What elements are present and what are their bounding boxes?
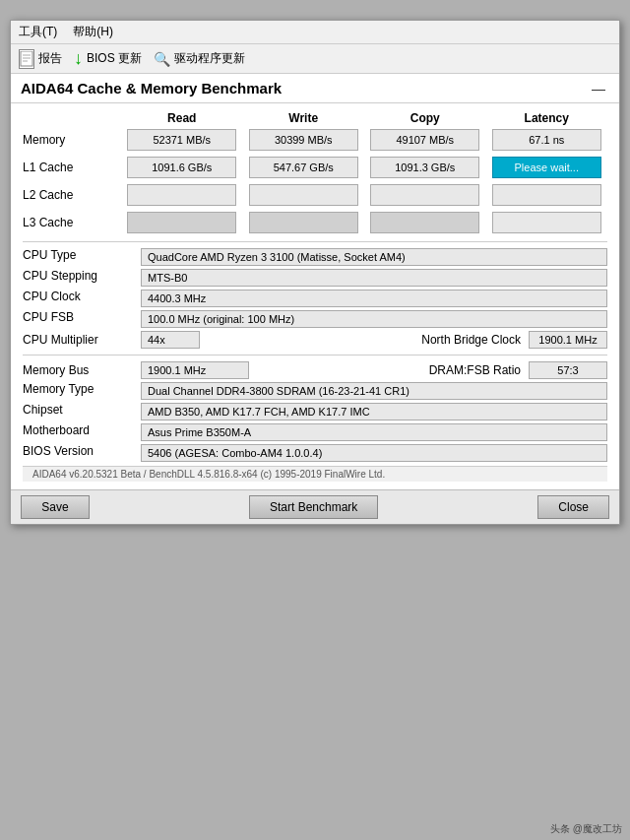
cpu-clock-row: CPU Clock 4400.3 MHz: [23, 290, 607, 307]
l3-latency-value: [492, 212, 601, 233]
cpu-type-row: CPU Type QuadCore AMD Ryzen 3 3100 (Mati…: [23, 248, 607, 266]
north-bridge-label: North Bridge Clock: [421, 333, 521, 347]
start-benchmark-button[interactable]: Start Benchmark: [249, 495, 378, 519]
bios-update-button[interactable]: ↓ BIOS 更新: [74, 48, 142, 69]
bench-row-l1: L1 Cache 1091.6 GB/s 547.67 GB/s 1091.3 …: [23, 157, 607, 178]
l3-read-value: [127, 212, 236, 233]
memory-type-label: Memory Type: [23, 382, 141, 396]
chipset-row: Chipset AMD B350, AMD K17.7 FCH, AMD K17…: [23, 403, 607, 420]
bench-cell-memory-write: 30399 MB/s: [243, 129, 365, 151]
driver-search-icon: 🔍: [154, 51, 170, 67]
bench-cell-l2-latency: [486, 184, 608, 206]
dram-fsb-group: DRAM:FSB Ratio 57:3: [429, 361, 607, 379]
memory-bus-value: 1900.1 MHz: [141, 361, 249, 379]
chipset-label: Chipset: [23, 403, 141, 417]
watermark-line2: @魔改工坊: [573, 823, 622, 834]
memory-bus-label: Memory Bus: [23, 363, 141, 377]
bench-header-row: Read Write Copy Latency: [23, 111, 607, 125]
report-label: 报告: [38, 50, 62, 67]
motherboard-row: Motherboard Asus Prime B350M-A: [23, 423, 607, 441]
cpu-stepping-row: CPU Stepping MTS-B0: [23, 269, 607, 287]
driver-update-label: 驱动程序更新: [174, 50, 245, 67]
cpu-fsb-label: CPU FSB: [23, 310, 141, 324]
watermark-line1: 头条: [550, 823, 570, 834]
bench-cell-l2-copy: [364, 184, 486, 206]
memory-bus-row: Memory Bus 1900.1 MHz DRAM:FSB Ratio 57:…: [23, 361, 607, 379]
bench-cell-memory-latency: 67.1 ns: [486, 129, 608, 151]
bench-cell-l3-copy: [364, 212, 486, 233]
watermark: 头条 @魔改工坊: [550, 822, 622, 836]
divider-1: [23, 241, 607, 242]
bench-header-write: Write: [243, 111, 365, 125]
bench-label-l3: L3 Cache: [23, 216, 121, 229]
bench-label-memory: Memory: [23, 133, 121, 147]
cpu-clock-label: CPU Clock: [23, 290, 141, 303]
bench-label-l2: L2 Cache: [23, 188, 121, 202]
bench-header-read: Read: [121, 111, 243, 125]
l3-copy-value: [370, 212, 479, 233]
memory-read-value: 52371 MB/s: [127, 129, 236, 151]
motherboard-value: Asus Prime B350M-A: [141, 423, 607, 441]
window-title: AIDA64 Cache & Memory Benchmark: [21, 80, 282, 97]
driver-update-button[interactable]: 🔍 驱动程序更新: [154, 50, 245, 67]
report-icon: [19, 49, 34, 69]
menu-item-help[interactable]: 帮助(H): [73, 24, 113, 40]
memory-type-value: Dual Channel DDR4-3800 SDRAM (16-23-21-4…: [141, 382, 607, 400]
l2-read-value: [127, 184, 236, 206]
memory-copy-value: 49107 MB/s: [370, 129, 479, 151]
status-text: AIDA64 v6.20.5321 Beta / BenchDLL 4.5.81…: [32, 469, 385, 480]
l1-latency-value: Please wait...: [492, 157, 601, 178]
bios-version-value: 5406 (AGESA: Combo-AM4 1.0.0.4): [141, 444, 607, 462]
cpu-multiplier-label: CPU Multiplier: [23, 333, 141, 347]
bench-header-copy: Copy: [364, 111, 486, 125]
app-window: 工具(T) 帮助(H) 报告 ↓ BIOS 更新 🔍 驱动程序更新 A: [10, 20, 620, 525]
cpu-type-value: QuadCore AMD Ryzen 3 3100 (Matisse, Sock…: [141, 248, 607, 266]
motherboard-label: Motherboard: [23, 423, 141, 437]
dram-fsb-value: 57:3: [529, 361, 607, 379]
bench-cell-l1-latency: Please wait...: [486, 157, 608, 178]
north-bridge-value: 1900.1 MHz: [529, 331, 607, 349]
content-area: Read Write Copy Latency Memory 52371 MB/…: [11, 103, 619, 489]
bench-cell-l3-latency: [486, 212, 608, 233]
bottom-buttons: Save Start Benchmark Close: [11, 489, 619, 524]
bench-row-memory: Memory 52371 MB/s 30399 MB/s 49107 MB/s …: [23, 129, 607, 151]
chipset-value: AMD B350, AMD K17.7 FCH, AMD K17.7 IMC: [141, 403, 607, 420]
memory-info-section: Memory Bus 1900.1 MHz DRAM:FSB Ratio 57:…: [23, 361, 607, 462]
bios-version-label: BIOS Version: [23, 444, 141, 458]
cpu-stepping-label: CPU Stepping: [23, 269, 141, 283]
minimize-button[interactable]: —: [588, 81, 609, 97]
menu-item-tools[interactable]: 工具(T): [19, 24, 57, 40]
cpu-type-label: CPU Type: [23, 248, 141, 262]
benchmark-table: Read Write Copy Latency Memory 52371 MB/…: [23, 111, 607, 233]
l1-read-value: 1091.6 GB/s: [127, 157, 236, 178]
bios-update-label: BIOS 更新: [87, 50, 142, 67]
bench-cell-memory-copy: 49107 MB/s: [364, 129, 486, 151]
l2-copy-value: [370, 184, 479, 206]
title-bar: AIDA64 Cache & Memory Benchmark —: [11, 74, 619, 103]
north-bridge-group: North Bridge Clock 1900.1 MHz: [421, 331, 607, 349]
divider-2: [23, 355, 607, 355]
bench-cell-l1-write: 547.67 GB/s: [243, 157, 365, 178]
status-bar: AIDA64 v6.20.5321 Beta / BenchDLL 4.5.81…: [23, 466, 607, 482]
memory-type-row: Memory Type Dual Channel DDR4-3800 SDRAM…: [23, 382, 607, 400]
memory-write-value: 30399 MB/s: [249, 129, 358, 151]
report-button[interactable]: 报告: [19, 49, 62, 69]
bench-cell-l3-read: [121, 212, 243, 233]
bench-row-l3: L3 Cache: [23, 212, 607, 233]
memory-latency-value: 67.1 ns: [492, 129, 601, 151]
cpu-stepping-value: MTS-B0: [141, 269, 607, 287]
system-info-section: CPU Type QuadCore AMD Ryzen 3 3100 (Mati…: [23, 248, 607, 349]
save-button[interactable]: Save: [21, 495, 90, 519]
bench-cell-l1-read: 1091.6 GB/s: [121, 157, 243, 178]
l1-write-value: 547.67 GB/s: [249, 157, 358, 178]
l2-latency-value: [492, 184, 601, 206]
cpu-multiplier-row: CPU Multiplier 44x North Bridge Clock 19…: [23, 331, 607, 349]
bench-cell-memory-read: 52371 MB/s: [121, 129, 243, 151]
bench-cell-l2-write: [243, 184, 365, 206]
bios-version-row: BIOS Version 5406 (AGESA: Combo-AM4 1.0.…: [23, 444, 607, 462]
bench-label-l1: L1 Cache: [23, 161, 121, 174]
bench-cell-l3-write: [243, 212, 365, 233]
cpu-clock-value: 4400.3 MHz: [141, 290, 607, 307]
close-button[interactable]: Close: [537, 495, 609, 519]
bench-cell-l2-read: [121, 184, 243, 206]
